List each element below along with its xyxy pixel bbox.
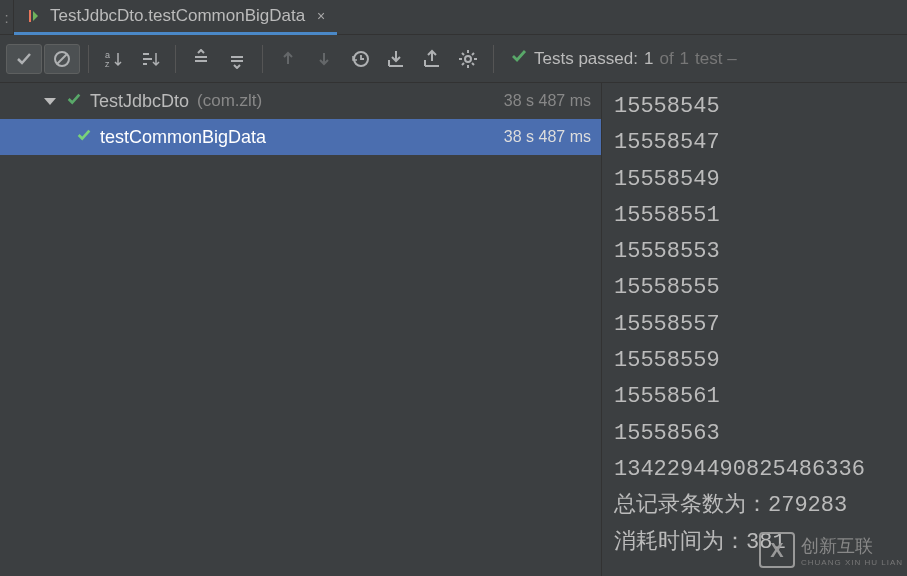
test-method-row[interactable]: testCommonBigData 38 s 487 ms [0, 119, 601, 155]
console-line: 1342294490825486336 [614, 452, 895, 488]
tab-title: TestJdbcDto.testCommonBigData [50, 6, 305, 26]
check-icon [76, 127, 92, 148]
check-icon [510, 47, 528, 70]
main-area: TestJdbcDto (com.zlt) 38 s 487 ms testCo… [0, 83, 907, 576]
separator [262, 45, 263, 73]
console-line: 15558555 [614, 270, 895, 306]
show-passed-button[interactable] [6, 44, 42, 74]
watermark-logo: X [759, 532, 795, 568]
test-class-package: (com.zlt) [197, 91, 262, 111]
side-panel-label: : [0, 0, 14, 35]
test-status: Tests passed: 1 of 1 test – [502, 47, 737, 70]
console-line: 15558549 [614, 162, 895, 198]
console-line: 15558563 [614, 416, 895, 452]
status-passed-count: 1 [644, 49, 653, 69]
import-tests-button[interactable] [379, 42, 413, 76]
svg-text:z: z [105, 59, 110, 69]
test-method-time: 38 s 487 ms [504, 128, 591, 146]
watermark: X 创新互联 CHUANG XIN HU LIAN [759, 532, 903, 568]
console-line: 15558545 [614, 89, 895, 125]
sort-duration-button[interactable] [133, 42, 167, 76]
run-config-icon [26, 8, 42, 24]
test-history-button[interactable] [343, 42, 377, 76]
test-tree[interactable]: TestJdbcDto (com.zlt) 38 s 487 ms testCo… [0, 83, 602, 576]
console-line: 15558561 [614, 379, 895, 415]
check-icon [66, 91, 82, 112]
test-class-name: TestJdbcDto [90, 91, 189, 112]
status-mid: of [659, 49, 673, 69]
show-ignored-button[interactable] [44, 44, 80, 74]
export-tests-button[interactable] [415, 42, 449, 76]
close-icon[interactable]: × [317, 8, 325, 24]
separator [88, 45, 89, 73]
status-total: 1 [680, 49, 689, 69]
status-prefix: Tests passed: [534, 49, 638, 69]
watermark-text: 创新互联 [801, 536, 873, 556]
chevron-down-icon[interactable] [44, 98, 56, 105]
watermark-subtext: CHUANG XIN HU LIAN [801, 558, 903, 567]
tab-bar: : TestJdbcDto.testCommonBigData × [0, 0, 907, 35]
sort-alpha-button[interactable]: az [97, 42, 131, 76]
test-class-time: 38 s 487 ms [504, 92, 591, 110]
expand-all-button[interactable] [184, 42, 218, 76]
console-line: 15558547 [614, 125, 895, 161]
prev-failed-button[interactable] [271, 42, 305, 76]
console-line: 总记录条数为：279283 [614, 488, 895, 524]
console-output[interactable]: 1555854515558547155585491555855115558553… [602, 83, 907, 576]
console-line: 15558551 [614, 198, 895, 234]
separator [493, 45, 494, 73]
separator [175, 45, 176, 73]
test-method-name: testCommonBigData [100, 127, 266, 148]
test-toolbar: az Tests passed: 1 of 1 test – [0, 35, 907, 83]
test-class-row[interactable]: TestJdbcDto (com.zlt) 38 s 487 ms [0, 83, 601, 119]
svg-point-5 [465, 56, 471, 62]
tab-run-config[interactable]: TestJdbcDto.testCommonBigData × [14, 0, 337, 35]
console-line: 15558553 [614, 234, 895, 270]
next-failed-button[interactable] [307, 42, 341, 76]
collapse-all-button[interactable] [220, 42, 254, 76]
console-line: 15558557 [614, 307, 895, 343]
status-suffix: test – [695, 49, 737, 69]
settings-button[interactable] [451, 42, 485, 76]
console-line: 15558559 [614, 343, 895, 379]
svg-line-1 [57, 54, 67, 64]
